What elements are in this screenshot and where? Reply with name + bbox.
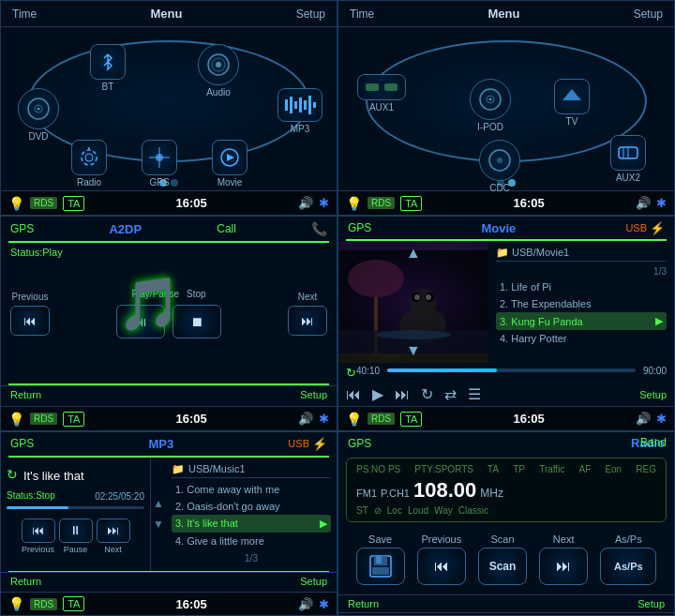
movie-list-down-arrow[interactable]: ▼ — [406, 342, 421, 359]
menu-item-cdc[interactable]: CDC — [479, 140, 520, 193]
bt-status-icon-2: ✱ — [656, 196, 667, 210]
mp3-track-title: It's like that — [23, 469, 84, 483]
menu-item-ipod[interactable]: I-POD — [470, 79, 511, 132]
movie-repeat-btn[interactable]: ↻ — [421, 385, 433, 403]
top-bar-2: Time Menu Setup — [338, 1, 674, 27]
menu-item-movie[interactable]: Movie — [212, 140, 248, 188]
movie-setup-btn[interactable]: Setup — [639, 389, 667, 400]
mp3-list-item-1[interactable]: 1. Come away with me — [172, 481, 331, 498]
movie-next-btn[interactable]: ⏭ — [395, 386, 410, 403]
mp3-left-panel: ↻ It's like that Status:Stop 02:25/05:20… — [1, 458, 151, 571]
svg-point-14 — [82, 150, 97, 165]
mp3-list-item-2[interactable]: 2. Oasis-don't go away — [172, 498, 331, 515]
movie-list-item-3[interactable]: 3. Kung Fu Panda ▶ — [496, 312, 667, 330]
mp3-list-item-3[interactable]: 3. It's like that ▶ — [172, 515, 331, 533]
mp3-item-3-text: 3. It's like that — [175, 518, 238, 529]
volume-icon-5: 🔊 — [298, 597, 313, 611]
radio-eon-label: Eon — [605, 464, 622, 474]
menu-item-bt[interactable]: BT — [90, 44, 126, 92]
menu-item-mp3[interactable]: MP3 — [278, 88, 322, 134]
mp3-progress-bar[interactable] — [7, 506, 144, 509]
menu-item-gps[interactable]: GPS — [142, 140, 177, 188]
a2dp-header: GPS A2DP Call 📞 — [1, 217, 337, 241]
menu-item-radio[interactable]: Radio — [71, 140, 107, 188]
aux1-icon-box — [357, 74, 406, 100]
bulb-icon-3: 💡 — [8, 412, 24, 427]
menu-content-2: AUX1 I-POD TV CDC AU — [338, 27, 674, 175]
mp3-folder-icon: 📁 — [172, 463, 185, 475]
movie-time-current: 40:10 — [356, 366, 380, 380]
radio-save-btn[interactable] — [356, 548, 405, 585]
mp3-pause-btn[interactable]: ⏸ — [59, 518, 93, 543]
panel-mp3: GPS MP3 USB ⚡ ↻ It's like that Status:St… — [0, 431, 338, 616]
svg-rect-7 — [285, 99, 288, 111]
movie-list-btn[interactable]: ☰ — [468, 385, 481, 403]
mp3-scroll-up[interactable]: ▲ — [153, 497, 164, 510]
bulb-icon-1: 💡 — [8, 196, 24, 211]
next-btn[interactable]: ⏭ — [288, 306, 327, 336]
movie-folder-header: 📁 USB/Movie1 — [496, 245, 667, 262]
radio-next-btn[interactable]: ⏭ — [539, 548, 588, 585]
audio-label: Audio — [206, 87, 231, 98]
radio-gps-label: GPS — [348, 437, 371, 450]
previous-btn[interactable]: ⏮ — [10, 306, 50, 336]
aux1-label: AUX1 — [369, 102, 394, 113]
radio-setup-btn[interactable]: Setup — [638, 598, 665, 609]
radio-next-group: Next ⏭ — [539, 533, 588, 585]
status-bar-2: 💡 RDS TA 16:05 🔊 ✱ — [338, 190, 674, 215]
mp3-ctrl-row: ⏮ Previous ⏸ Pause ⏭ Next — [7, 518, 144, 554]
movie-refresh-icon[interactable]: ↻ — [346, 366, 356, 380]
radio-info-box: PS:NO PS PTY:SPORTS TA TP Traffic AF Eon… — [346, 458, 667, 522]
menu-item-aux2[interactable]: AUX2 — [610, 135, 646, 183]
rds-badge-5: RDS — [30, 598, 57, 610]
mp3-scroll-down[interactable]: ▼ — [153, 518, 164, 531]
radio-label: Radio — [77, 177, 101, 188]
mp3-previous-btn[interactable]: ⏮ — [22, 518, 55, 543]
mp3-scroll-arrows: ▲ ▼ — [151, 458, 166, 571]
mp3-setup-btn[interactable]: Setup — [300, 576, 327, 589]
volume-icon-3: 🔊 — [298, 412, 313, 426]
radio-return-btn[interactable]: Return — [348, 598, 379, 609]
svg-point-41 — [414, 294, 420, 300]
movie-list-up-arrow[interactable]: ▲ — [406, 245, 421, 262]
a2dp-return-btn[interactable]: Return — [10, 389, 41, 403]
menu-item-tv[interactable]: TV — [554, 79, 590, 127]
movie-list-item-1[interactable]: 1. Life of Pi — [496, 278, 667, 295]
movie-thumbnail: ▲ ▼ — [338, 241, 488, 363]
movie-item-2-text: 2. The Expendables — [500, 298, 592, 309]
radio-scan-btn[interactable]: Scan — [478, 548, 527, 585]
time-display-5: 16:05 — [176, 597, 207, 611]
movie-usb-icon: ⚡ — [650, 221, 665, 235]
menu-content-1: BT Audio DVD MP3 Rad — [1, 27, 337, 175]
time-display-4: 16:05 — [514, 412, 545, 426]
movie-list-item-4[interactable]: 4. Harry Potter — [496, 330, 667, 347]
mp3-time-display: 02:25/05:20 — [95, 491, 144, 502]
movie-progress-bar[interactable] — [387, 368, 636, 372]
movie-prev-btn[interactable]: ⏮ — [346, 386, 361, 403]
aux2-icon-box — [610, 135, 646, 171]
svg-rect-48 — [372, 567, 389, 575]
radio-way-tag: Way — [434, 505, 453, 516]
volume-icon-2: 🔊 — [636, 196, 651, 210]
mp3-next-btn[interactable]: ⏭ — [97, 518, 130, 543]
ta-badge-2: TA — [400, 196, 422, 211]
radio-asps-label: As/Ps — [615, 533, 642, 545]
menu-item-dvd[interactable]: DVD — [18, 88, 59, 142]
radio-band-label[interactable]: Band — [640, 436, 667, 449]
radio-tags-row: ST ⊘ Loc Loud Way Classic — [356, 505, 656, 516]
menu-item-audio[interactable]: Audio — [198, 44, 239, 98]
bt-status-icon-4: ✱ — [656, 412, 667, 426]
menu-item-aux1[interactable]: AUX1 — [357, 74, 406, 113]
movie-header: GPS Movie USB ⚡ — [338, 217, 674, 239]
radio-asps-btn[interactable]: As/Ps — [600, 548, 656, 585]
a2dp-setup-btn[interactable]: Setup — [300, 389, 327, 403]
mp3-list-item-4[interactable]: 4. Give a little more — [172, 533, 331, 549]
movie-shuffle-btn[interactable]: ⇄ — [444, 385, 457, 403]
tv-icon-box — [554, 79, 590, 114]
radio-previous-btn[interactable]: ⏮ — [417, 548, 466, 585]
movie-play-btn[interactable]: ▶ — [372, 385, 383, 403]
ta-badge-1: TA — [63, 196, 84, 211]
movie-usb-label: USB — [625, 222, 647, 233]
mp3-return-btn[interactable]: Return — [10, 576, 41, 589]
movie-list-item-2[interactable]: 2. The Expendables — [496, 295, 667, 312]
